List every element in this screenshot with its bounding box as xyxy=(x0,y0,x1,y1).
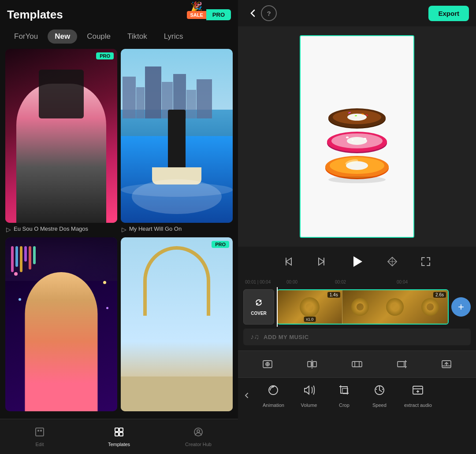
animation-tool[interactable]: Animation xyxy=(256,379,291,412)
timeline-area: 00:01 | 00:04 00:00 00:02 00:04 xyxy=(238,277,476,351)
video-preview xyxy=(300,35,414,238)
tab-lyrics[interactable]: Lyrics xyxy=(157,30,190,44)
template-card-3[interactable] xyxy=(5,237,117,419)
svg-rect-37 xyxy=(308,362,311,367)
help-icon: ? xyxy=(267,10,271,17)
pro-badge-4: PRO xyxy=(212,241,229,248)
nav-item-edit[interactable]: Edit xyxy=(22,427,57,447)
play-button[interactable] xyxy=(347,252,367,271)
track-segment-2: 2.6s xyxy=(342,290,448,324)
forward-button[interactable] xyxy=(314,254,330,269)
ruler-00-00: 00:00 xyxy=(286,280,298,284)
help-button[interactable]: ? xyxy=(261,5,277,21)
extract-audio-icon xyxy=(411,384,424,400)
speed-label: Speed xyxy=(372,402,387,408)
fullscreen-button[interactable] xyxy=(418,254,434,269)
nav-label-templates: Templates xyxy=(108,442,130,447)
template-thumb-1: PRO xyxy=(5,49,117,223)
template-thumb-2 xyxy=(121,49,233,223)
nav-item-templates[interactable]: Templates xyxy=(101,427,137,447)
svg-point-23 xyxy=(352,140,353,141)
crop-label: Crop xyxy=(339,402,350,408)
preview-area xyxy=(238,26,476,247)
ruler-00-04: 00:04 xyxy=(397,280,408,284)
rewind-button[interactable] xyxy=(280,254,296,269)
template-label-1: ▷ Eu Sou O Mestre Dos Magos xyxy=(5,223,117,234)
cover-track[interactable]: COVER xyxy=(243,289,274,325)
track-segments: 1.4s x1.0 2.6s xyxy=(278,290,448,324)
extract-audio-label: extract audio xyxy=(404,402,432,408)
svg-point-21 xyxy=(346,137,349,138)
time-current: 00:01 | 00:04 xyxy=(245,280,271,284)
playback-controls xyxy=(238,247,476,277)
nav-label-creator-hub: Creator Hub xyxy=(185,442,212,447)
timeline-playhead xyxy=(277,287,278,327)
sale-pro-badge[interactable]: 🎉 SALE PRO xyxy=(187,9,231,20)
template-label-4 xyxy=(121,411,233,419)
svg-rect-6 xyxy=(119,432,123,436)
templates-grid: PRO ▷ Eu Sou O Mestre Dos Magos xyxy=(0,49,238,419)
pro-badge-1: PRO xyxy=(96,52,114,59)
music-track[interactable]: ♪♫ ADD MY MUSIC xyxy=(243,329,471,345)
bottom-back-button[interactable] xyxy=(238,378,256,413)
template-card-2[interactable]: ▷ My Heart Will Go On xyxy=(121,49,233,234)
party-person xyxy=(25,272,97,411)
extract-audio-tool[interactable]: extract audio xyxy=(397,379,439,412)
svg-rect-4 xyxy=(119,428,123,432)
back-button[interactable] xyxy=(245,5,261,21)
template-thumb-4: PRO xyxy=(121,237,233,411)
export-button[interactable]: Export xyxy=(428,6,469,21)
bottom-nav: Edit Templates Creator Hub xyxy=(0,419,238,454)
timeline-tracks: COVER 1.4s x1.0 xyxy=(238,287,476,327)
nav-item-creator-hub[interactable]: Creator Hub xyxy=(181,427,216,447)
tab-couple[interactable]: Couple xyxy=(80,30,118,44)
svg-rect-3 xyxy=(115,428,119,432)
ruler-00-02: 00:02 xyxy=(335,280,346,284)
speed-tool[interactable]: Speed xyxy=(362,379,397,412)
crop-tool[interactable]: Crop xyxy=(327,379,362,412)
svg-rect-1 xyxy=(37,430,39,432)
left-header: Templates 🎉 SALE PRO xyxy=(0,0,238,25)
nav-label-edit: Edit xyxy=(36,442,44,447)
tab-foryou[interactable]: ForYou xyxy=(7,30,45,44)
tab-tiktok[interactable]: Tiktok xyxy=(120,30,154,44)
template-name-1: Eu Sou O Mestre Dos Magos xyxy=(14,225,88,233)
tab-new[interactable]: New xyxy=(48,30,77,44)
svg-rect-38 xyxy=(313,362,316,367)
template-card-4[interactable]: PRO xyxy=(121,237,233,419)
add-clip-tool[interactable] xyxy=(259,355,276,373)
split-tool[interactable] xyxy=(303,355,321,373)
video-icon-1: ▷ xyxy=(6,226,11,233)
track-segment-1: 1.4s x1.0 xyxy=(278,290,342,324)
video-icon-2: ▷ xyxy=(122,226,126,233)
template-label-3 xyxy=(5,411,117,419)
right-panel: ? Export xyxy=(238,0,476,454)
add-clip-button[interactable]: + xyxy=(451,297,471,317)
segment-1-badge: 1.4s xyxy=(327,292,340,298)
volume-label: Volume xyxy=(301,402,317,408)
svg-rect-2 xyxy=(40,430,42,432)
bottom-tools: Animation Volume xyxy=(238,378,476,413)
svg-rect-5 xyxy=(115,432,119,436)
pro-tag: PRO xyxy=(206,9,231,20)
svg-point-22 xyxy=(364,138,366,140)
video-track[interactable]: 1.4s x1.0 2.6s xyxy=(277,289,449,325)
trim-tool[interactable] xyxy=(348,355,366,373)
volume-icon xyxy=(302,384,316,400)
edit-icon xyxy=(34,427,45,440)
svg-rect-0 xyxy=(36,428,44,436)
diamond-button[interactable] xyxy=(384,254,400,269)
right-header: ? Export xyxy=(238,0,476,26)
export-tool[interactable] xyxy=(438,355,455,373)
crop-right-tool[interactable] xyxy=(393,355,411,373)
left-panel: Templates 🎉 SALE PRO ForYou New Couple T… xyxy=(0,0,238,454)
creator-hub-icon xyxy=(193,427,204,440)
add-music-label: ADD MY MUSIC xyxy=(264,334,309,340)
template-card-1[interactable]: PRO ▷ Eu Sou O Mestre Dos Magos xyxy=(5,49,117,234)
template-name-2: My Heart Will Go On xyxy=(129,225,182,233)
segment-1-speed: x1.0 xyxy=(304,317,316,322)
svg-point-8 xyxy=(197,430,200,432)
music-icon: ♪♫ xyxy=(250,333,259,341)
tabs-container: ForYou New Couple Tiktok Lyrics xyxy=(0,25,238,49)
volume-tool[interactable]: Volume xyxy=(291,379,327,412)
